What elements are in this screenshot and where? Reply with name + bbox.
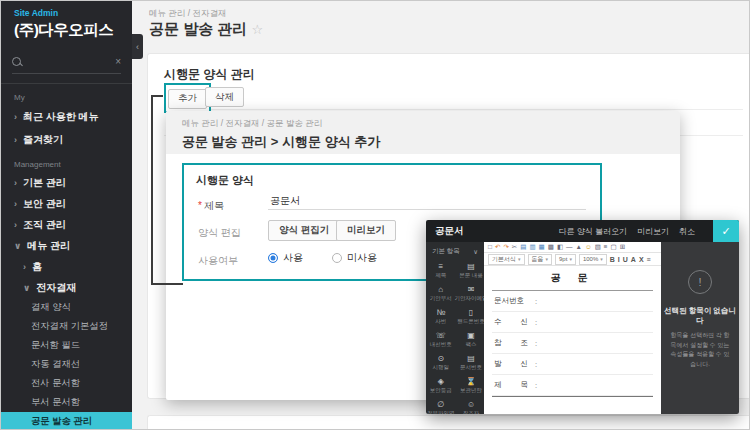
- field-item[interactable]: ✉ 기안자이메일: [455, 282, 485, 304]
- toolbar-icon[interactable]: ▩: [548, 244, 554, 251]
- editor-action-button[interactable]: 미리보기: [637, 226, 669, 237]
- toolbar-icon[interactable]: ☺: [585, 244, 592, 251]
- field-item[interactable]: ∅ 첨부파일명: [427, 397, 455, 414]
- toolbar-icon[interactable]: ▧: [595, 244, 601, 251]
- form-editor-button[interactable]: 양식 편집기: [268, 220, 340, 241]
- preview-button[interactable]: 미리보기: [336, 220, 396, 241]
- toolbar-icon[interactable]: ▦: [539, 244, 545, 251]
- field-item[interactable]: ☺ 참조자: [455, 397, 485, 414]
- field-item-icon: ☺: [467, 400, 475, 409]
- format-dropdown-value: 기본서식: [492, 255, 516, 264]
- field-item-label: 핸드폰번호: [457, 318, 484, 325]
- text-style-button[interactable]: A: [631, 256, 636, 263]
- text-style-button[interactable]: X: [639, 256, 644, 263]
- sidebar-item[interactable]: › 보안 관리: [1, 193, 132, 214]
- sidebar-leaf-item[interactable]: 문서함 필드: [1, 336, 132, 355]
- field-item-icon: ∅: [437, 400, 444, 409]
- toolbar-icon[interactable]: ▢: [611, 244, 617, 251]
- field-item[interactable]: ⌂ 기안부서: [427, 282, 455, 304]
- field-item-icon: ⌛: [466, 377, 476, 386]
- field-item[interactable]: ≡ 제목: [427, 259, 455, 281]
- delete-button[interactable]: 삭제: [205, 87, 244, 107]
- inspector-empty-description: 항목을 선택하면 각 항목에서 설정할 수 있는 속성들을 적용할 수 있습니다…: [661, 331, 739, 369]
- field-item-label: 보관년한: [460, 387, 482, 394]
- editor-toolbar-text: 기본서식 ▾ 돋움 ▾ 9pt ▾ 100% ▾ BIUA: [484, 253, 661, 266]
- zoom-dropdown[interactable]: 100% ▾: [579, 254, 607, 265]
- field-item[interactable]: ▣ 팩스: [455, 328, 485, 350]
- toolbar-icon[interactable]: ⊞: [620, 244, 625, 251]
- sidebar-item-label: 부서 문서함: [31, 397, 80, 407]
- field-item[interactable]: ▤ 문서번호: [455, 351, 485, 373]
- field-item[interactable]: ◈ 보안등급: [427, 374, 455, 396]
- size-dropdown[interactable]: 9pt ▾: [555, 254, 576, 265]
- title-input[interactable]: [268, 192, 586, 210]
- sidebar-leaf-item[interactable]: 결재 양식: [1, 298, 132, 317]
- favorite-star-icon[interactable]: ☆: [252, 22, 264, 37]
- font-dropdown[interactable]: 돋움 ▾: [528, 254, 553, 265]
- bottom-card: [147, 415, 749, 430]
- field-item[interactable]: ☏ 내선번호: [427, 328, 455, 350]
- toolbar-icon[interactable]: ↶: [495, 244, 500, 251]
- toolbar-icon[interactable]: ≡: [604, 244, 608, 251]
- sidebar-item-label: 전사 문서함: [31, 378, 80, 388]
- radio-use[interactable]: 사용: [268, 251, 303, 265]
- add-button[interactable]: 추가: [168, 89, 207, 109]
- field-item-icon: ▯: [469, 308, 473, 317]
- sidebar-collapse-button[interactable]: ‹: [132, 34, 143, 59]
- confirm-button[interactable]: ✓: [713, 220, 739, 242]
- search-input[interactable]: [26, 55, 110, 67]
- toolbar-icon[interactable]: ✂: [512, 244, 517, 251]
- chevron-icon: ›: [14, 199, 17, 209]
- field-item-label: 보안등급: [430, 387, 452, 394]
- text-style-button[interactable]: U: [623, 256, 628, 263]
- document-field-label: 수 신: [492, 317, 530, 327]
- caret-down-icon: ▾: [600, 256, 603, 262]
- field-item-icon: ⌂: [438, 285, 443, 294]
- editor-action-button[interactable]: 다른 양식 불러오기: [559, 226, 627, 237]
- sidebar-leaf-item[interactable]: 부서 문서함: [1, 393, 132, 412]
- sidebar-subitem[interactable]: › 홈: [1, 256, 132, 277]
- toolbar-icon[interactable]: ▲: [576, 244, 582, 251]
- toolbar-icon[interactable]: ↷: [503, 244, 508, 251]
- sidebar-leaf-item[interactable]: 공문 발송 관리: [1, 412, 132, 430]
- field-item[interactable]: № 사번: [427, 305, 455, 327]
- document-canvas[interactable]: 공 문 문서번호 : 수 신 : 참 조 :: [484, 266, 661, 414]
- document-table: 문서번호 : 수 신 : 참 조 : 발 신 :: [492, 290, 653, 397]
- editor-action-button[interactable]: 취소: [679, 226, 695, 237]
- field-item[interactable]: ⊙ 시행일: [427, 351, 455, 373]
- toolbar-icon[interactable]: ▤: [520, 244, 526, 251]
- field-item[interactable]: ▤ 본문 내용: [455, 259, 485, 281]
- editor-body: 기본 항목 ∨ ≡ 제목 ▤ 본문 내용 ☺ 기안자: [426, 242, 739, 414]
- field-item[interactable]: ⌛ 보관년한: [455, 374, 485, 396]
- toolbar-icon[interactable]: ◧: [557, 244, 563, 251]
- page-title: 공문 발송 관리 ☆: [149, 20, 263, 39]
- field-group-header[interactable]: 기본 항목 ∨: [426, 242, 484, 259]
- field-item[interactable]: ▯ 핸드폰번호: [455, 305, 485, 327]
- sidebar-item[interactable]: › 즐겨찾기: [1, 128, 132, 151]
- document-field-label: 참 조: [492, 338, 530, 348]
- document-field-colon: :: [535, 360, 537, 369]
- document-field-row: 문서번호 :: [492, 291, 653, 312]
- toolbar-icon[interactable]: □: [488, 244, 492, 251]
- sidebar-leaf-item[interactable]: 전사 문서함: [1, 374, 132, 393]
- text-style-button[interactable]: B: [610, 256, 615, 263]
- field-item-icon: ▤: [467, 262, 475, 271]
- toolbar-icon[interactable]: —: [566, 244, 573, 251]
- radio-unuse[interactable]: 미사용: [332, 251, 377, 265]
- format-dropdown[interactable]: 기본서식 ▾: [488, 254, 525, 265]
- toolbar-icon[interactable]: ▥: [529, 244, 535, 251]
- sidebar-subitem[interactable]: ∨ 전자결재: [1, 277, 132, 298]
- text-style-button[interactable]: ≡: [647, 256, 651, 263]
- sidebar-item[interactable]: › 기본 관리: [1, 172, 132, 193]
- sidebar-item[interactable]: › 조직 관리: [1, 214, 132, 235]
- sidebar-section-my: My: [1, 84, 132, 105]
- field-item-label: 제목: [435, 272, 446, 279]
- text-style-button[interactable]: I: [618, 256, 620, 263]
- document-field-colon: :: [535, 381, 537, 390]
- sidebar-leaf-item[interactable]: 자동 결재선: [1, 355, 132, 374]
- sidebar-item[interactable]: ∨ 메뉴 관리: [1, 235, 132, 256]
- clear-search-icon[interactable]: ×: [115, 56, 121, 67]
- sidebar-leaf-item[interactable]: 전자결재 기본설정: [1, 317, 132, 336]
- field-item-icon: ▤: [467, 354, 475, 363]
- sidebar-item[interactable]: › 최근 사용한 메뉴: [1, 105, 132, 128]
